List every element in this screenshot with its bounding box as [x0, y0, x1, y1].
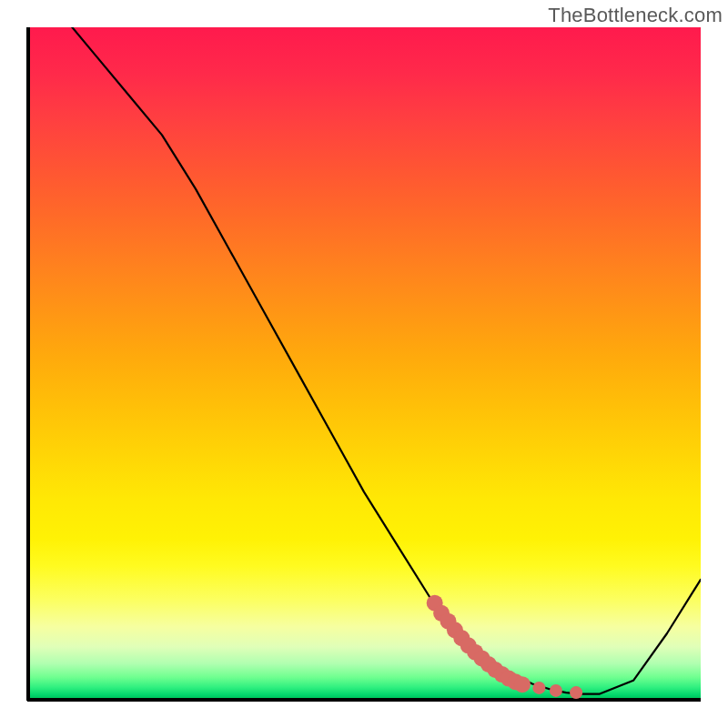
chart-container: TheBottleneck.com	[0, 0, 728, 728]
y-axis-line	[26, 27, 30, 701]
x-axis-line	[27, 698, 701, 702]
watermark-text: TheBottleneck.com	[548, 4, 723, 27]
plot-gradient-background	[27, 27, 701, 701]
